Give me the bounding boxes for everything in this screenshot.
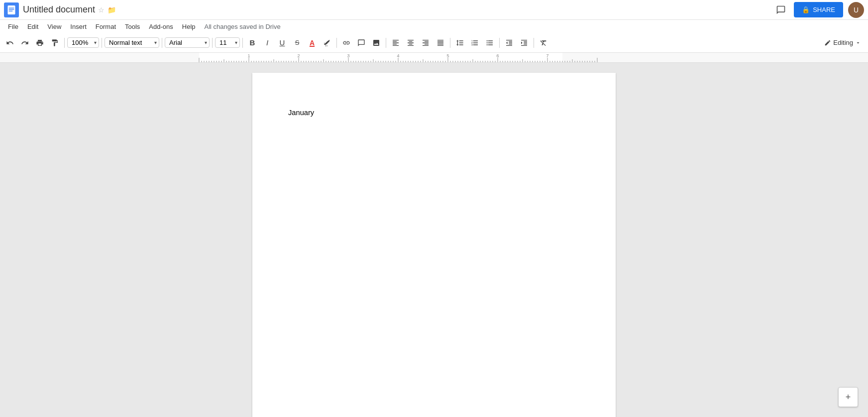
folder-icon[interactable]: 📁	[108, 6, 116, 14]
menu-bar: File Edit View Insert Format Tools Add-o…	[0, 20, 868, 33]
text-color-button[interactable]: A	[305, 36, 319, 50]
fab-icon: +	[846, 392, 851, 403]
menu-insert[interactable]: Insert	[66, 21, 91, 32]
paint-format-button[interactable]	[48, 36, 62, 50]
ruler: 1234567	[0, 53, 868, 63]
line-spacing-button[interactable]	[453, 36, 467, 50]
toolbar: 100% 75% 90% 125% 150% Normal text Title…	[0, 33, 868, 53]
image-button[interactable]	[369, 36, 383, 50]
separator-2	[102, 38, 102, 48]
align-center-button[interactable]	[404, 36, 418, 50]
zoom-select[interactable]: 100% 75% 90% 125% 150%	[67, 37, 99, 48]
left-ruler	[0, 63, 9, 417]
avatar[interactable]: U	[848, 2, 864, 18]
editing-mode-label: Editing	[833, 39, 853, 46]
comment-icon[interactable]	[773, 2, 789, 18]
separator-3	[162, 38, 162, 48]
separator-6	[336, 38, 337, 48]
document-area[interactable]: January	[9, 63, 859, 417]
strikethrough-button[interactable]: S	[290, 36, 304, 50]
docs-logo[interactable]	[4, 2, 19, 17]
style-select[interactable]: Normal text Title Subtitle Heading 1 Hea…	[105, 37, 159, 48]
lock-icon: 🔒	[802, 6, 810, 13]
share-label: SHARE	[813, 6, 835, 13]
save-status: All changes saved in Drive	[205, 23, 281, 30]
editing-mode-selector[interactable]: Editing	[820, 37, 865, 48]
title-bar: Untitled document ☆ 📁 🔒 SHARE U	[0, 0, 868, 20]
separator-8	[450, 38, 450, 48]
zoom-selector[interactable]: 100% 75% 90% 125% 150%	[67, 37, 99, 48]
separator-10	[534, 38, 534, 48]
separator-5	[242, 38, 243, 48]
undo-button[interactable]	[3, 36, 17, 50]
align-right-button[interactable]	[419, 36, 433, 50]
bold-button[interactable]: B	[245, 36, 259, 50]
doc-title[interactable]: Untitled document	[23, 4, 95, 15]
svg-rect-2	[9, 7, 14, 8]
svg-rect-3	[9, 9, 14, 10]
document-text: January	[288, 109, 314, 117]
separator-1	[64, 38, 65, 48]
link-button[interactable]	[339, 36, 353, 50]
ordered-list-button[interactable]	[468, 36, 482, 50]
highlight-button[interactable]	[320, 36, 334, 50]
clear-formatting-button[interactable]	[537, 36, 550, 50]
menu-tools[interactable]: Tools	[121, 21, 144, 32]
doc-title-row: Untitled document ☆ 📁	[23, 4, 773, 15]
svg-rect-175	[0, 63, 9, 417]
svg-text:6: 6	[496, 53, 499, 58]
main-area: January	[0, 63, 868, 417]
page-content[interactable]: January	[288, 109, 580, 117]
align-justify-button[interactable]	[434, 36, 447, 50]
font-select[interactable]: Arial Times New Roman Courier New Georgi…	[165, 37, 210, 48]
font-size-selector[interactable]: 8 9 10 11 12 14 18 24 36	[215, 37, 240, 48]
svg-text:4: 4	[397, 53, 399, 58]
title-section: Untitled document ☆ 📁	[23, 4, 773, 15]
print-button[interactable]	[33, 36, 47, 50]
unordered-list-button[interactable]	[483, 36, 497, 50]
menu-view[interactable]: View	[43, 21, 65, 32]
font-size-select[interactable]: 8 9 10 11 12 14 18 24 36	[215, 37, 240, 48]
title-bar-right: 🔒 SHARE U	[773, 2, 864, 18]
document-page: January	[252, 73, 616, 417]
underline-button[interactable]: U	[275, 36, 289, 50]
floating-action-button[interactable]: +	[838, 387, 858, 407]
star-icon[interactable]: ☆	[98, 6, 105, 14]
svg-text:7: 7	[546, 53, 548, 58]
separator-4	[212, 38, 213, 48]
increase-indent-button[interactable]	[517, 36, 531, 50]
right-panel	[859, 63, 868, 417]
svg-rect-4	[9, 10, 13, 11]
svg-text:3: 3	[347, 53, 349, 58]
svg-text:5: 5	[446, 53, 449, 58]
separator-7	[386, 38, 386, 48]
decrease-indent-button[interactable]	[502, 36, 516, 50]
separator-9	[499, 38, 500, 48]
svg-text:2: 2	[297, 53, 300, 58]
svg-text:1: 1	[247, 53, 250, 58]
style-selector[interactable]: Normal text Title Subtitle Heading 1 Hea…	[105, 37, 159, 48]
font-selector[interactable]: Arial Times New Roman Courier New Georgi…	[165, 37, 210, 48]
menu-edit[interactable]: Edit	[23, 21, 42, 32]
menu-help[interactable]: Help	[178, 21, 200, 32]
align-left-button[interactable]	[389, 36, 403, 50]
menu-file[interactable]: File	[4, 21, 22, 32]
italic-button[interactable]: I	[260, 36, 274, 50]
menu-addons[interactable]: Add-ons	[145, 21, 177, 32]
comment-button[interactable]	[354, 36, 368, 50]
share-button[interactable]: 🔒 SHARE	[794, 2, 843, 17]
redo-button[interactable]	[18, 36, 32, 50]
menu-format[interactable]: Format	[92, 21, 120, 32]
